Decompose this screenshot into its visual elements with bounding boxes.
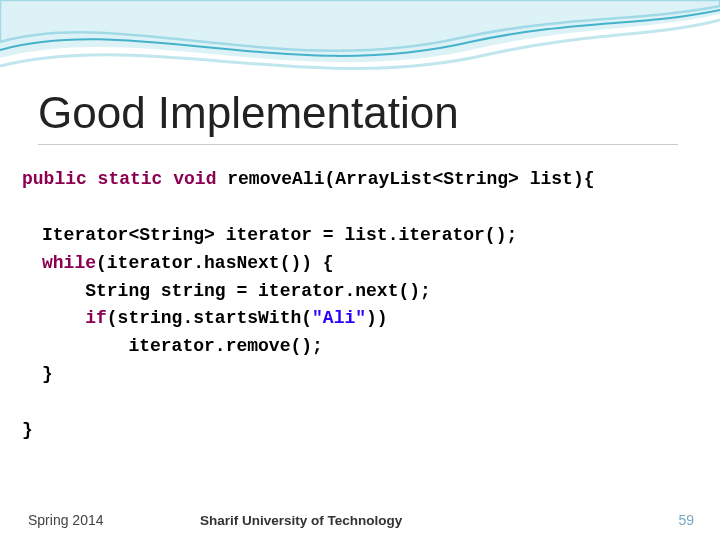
code-text: String string = iterator.next(); xyxy=(42,281,431,301)
code-text: removeAli(ArrayList<String> list){ xyxy=(216,169,594,189)
title-underline xyxy=(38,144,678,145)
code-keyword: public static void xyxy=(22,169,216,189)
code-text: )) xyxy=(366,308,388,328)
code-block: public static void removeAli(ArrayList<S… xyxy=(22,166,595,445)
code-text: (iterator.hasNext()) { xyxy=(96,253,334,273)
page-number: 59 xyxy=(678,512,694,528)
code-text: } xyxy=(22,420,33,440)
footer: Spring 2014 Sharif University of Technol… xyxy=(0,504,720,528)
code-keyword: if xyxy=(42,308,107,328)
code-text: } xyxy=(42,364,53,384)
code-text: iterator.remove(); xyxy=(42,336,323,356)
code-string: "Ali" xyxy=(312,308,366,328)
page-title: Good Implementation xyxy=(38,88,459,138)
decorative-waves xyxy=(0,0,720,100)
code-text: Iterator<String> iterator = list.iterato… xyxy=(42,225,517,245)
footer-institution: Sharif University of Technology xyxy=(200,513,402,528)
code-keyword: while xyxy=(42,253,96,273)
footer-term: Spring 2014 xyxy=(28,512,104,528)
code-text: (string.startsWith( xyxy=(107,308,312,328)
